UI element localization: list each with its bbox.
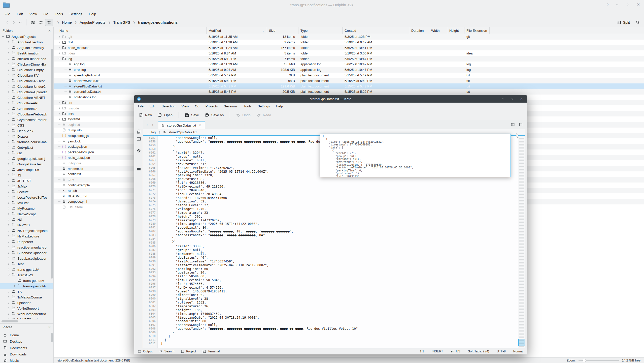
help-button[interactable]: ? [606, 3, 608, 7]
place-item-music[interactable]: Music [0, 357, 53, 363]
breadcrumb-TransGPS[interactable]: TransGPS [113, 20, 130, 24]
editor-line[interactable]: 6310 ] [143, 335, 518, 338]
editor-line[interactable]: 6269 "lat": 49218656, [143, 181, 518, 185]
editor-line[interactable]: 6292 "parkingTime": 60, [143, 267, 518, 271]
editor-line[interactable]: 6284 }, [143, 237, 518, 241]
expand-icon[interactable] [7, 163, 11, 166]
folder-tree-item-TS[interactable]: TS [0, 289, 53, 294]
expand-icon[interactable] [7, 251, 11, 254]
symbols-tool-icon[interactable] [137, 137, 141, 141]
forward-icon[interactable] [11, 20, 17, 24]
expand-icon[interactable] [7, 301, 11, 304]
dolphin-menu-go[interactable]: Go [44, 12, 48, 16]
file-row-oneNewStatus.txt[interactable]: oneNewStatus.txt5/15/25 at 5:49 PM64 Bpl… [54, 78, 644, 83]
folder-tree-item-Chicken-Dinner-Ba[interactable]: Chicken-Dinner-Ba [0, 62, 53, 67]
folder-tree-item-google-quickstart-j[interactable]: google-quickstart-j [0, 156, 53, 161]
kate-redo-button[interactable]: Redo [257, 113, 271, 117]
editor-line[interactable]: 6275 "signalLevel": 27, [143, 203, 518, 207]
expand-icon[interactable] [7, 213, 11, 216]
expand-icon[interactable] [7, 312, 11, 315]
editor-line[interactable]: 6281 "speedLimit": 80, [143, 226, 518, 230]
editor-line[interactable]: 6270 "latD+-ecimal": 49.218656, [143, 185, 518, 189]
file-row-speedingPolicy.txt[interactable]: speedingPolicy.txt5/15/25 at 5:49 PM70 B… [54, 73, 644, 78]
editor-line[interactable]: 6274 "direction": 32, [143, 200, 518, 203]
dolphin-menu-settings[interactable]: Settings [70, 12, 82, 16]
folder-tree-item-CSS[interactable]: CSS [0, 123, 53, 128]
expand-icon[interactable] [7, 207, 11, 210]
editor-line[interactable]: 6304 "timestamp": 1746037459, [143, 312, 518, 316]
editor-line[interactable]: 6312] [143, 342, 518, 346]
expand-icon[interactable] [7, 307, 11, 310]
folder-tree-item-NativeScript[interactable]: NativeScript [0, 211, 53, 217]
expand-icon[interactable] [7, 179, 11, 182]
folder-tree-item-WebComponentBo[interactable]: WebComponentBo [0, 311, 53, 317]
place-item-downloads[interactable]: Downloads [0, 351, 53, 357]
tab-next-icon[interactable]: › [152, 123, 153, 127]
editor-line[interactable]: 6306 "speedLimit": 80, [143, 319, 518, 323]
editor-line[interactable]: 6302 "temperature": 26, [143, 305, 518, 308]
file-row-log[interactable]: log5/15/25 at 6:12 PM7 itemsfolder5/6/25… [54, 56, 644, 62]
editor-line[interactable]: 6299 "direction": 0, [143, 293, 518, 297]
back-icon[interactable] [4, 20, 11, 24]
column-header-size[interactable]: Size [267, 27, 298, 34]
expand-icon[interactable] [7, 201, 11, 204]
expand-icon[interactable] [58, 107, 62, 110]
editor-line[interactable]: 6282 "addressGoogle": "●●●●●● ●●●●●, 18,… [143, 230, 518, 233]
expand-icon[interactable] [7, 113, 11, 116]
editor-line[interactable]: 6290 "lastActiveTime": "1746037459", [143, 260, 518, 263]
folder-tree-item-trans-gps-LUA[interactable]: trans-gps-LUA [0, 267, 53, 272]
folder-tree-item-MyFirst[interactable]: MyFirst [0, 200, 53, 206]
folder-tree-item-JsMax[interactable]: JsMax [0, 184, 53, 189]
kate-new-button[interactable]: New [139, 113, 152, 117]
folder-tree-item-firebase-course-ma[interactable]: firebase-course-ma [0, 139, 53, 145]
expand-icon[interactable] [7, 52, 11, 55]
view-compact-button[interactable] [37, 19, 45, 26]
breadcrumb-trans-gps-notifications[interactable]: trans-gps-notifications [138, 20, 178, 24]
editor-line[interactable]: 6289 "devStatus": "0", [143, 256, 518, 260]
folder-tree-item-Drawer[interactable]: Drawer [0, 134, 53, 139]
column-header-name[interactable]: Name [54, 27, 207, 34]
tab-close-icon[interactable]: ✕ [199, 124, 201, 127]
folder-tree-item-Cloudflare-Empty[interactable]: Cloudflare-Empty [0, 67, 53, 73]
editor-line[interactable]: 6295 "latD+-ecimal": 50.5845, [143, 278, 518, 282]
column-header-file-extension[interactable]: File Extension [464, 27, 490, 34]
folder-tree-item-trans-gps-notifi[interactable]: trans-gps-notifi [0, 283, 53, 289]
folder-tree-item-chicken-dinner-bac[interactable]: chicken-dinner-bac [0, 56, 53, 62]
split-view-icon[interactable] [511, 123, 515, 127]
folder-tree-item-SupabaseUploader[interactable]: SupabaseUploader [0, 250, 53, 256]
collapse-icon[interactable] [58, 57, 62, 60]
folder-tree-item-NG[interactable]: NG [0, 217, 53, 222]
column-header-duration[interactable]: Duration [409, 27, 429, 34]
close-icon[interactable]: ✕ [520, 97, 523, 101]
folder-tree-item-CryptochestFronter[interactable]: CryptochestFronter [0, 117, 53, 123]
documents-tool-icon[interactable] [137, 129, 141, 134]
kate-menu-help[interactable]: Help [276, 104, 283, 108]
expand-icon[interactable] [7, 129, 11, 132]
minimize-icon[interactable] [501, 97, 505, 101]
expand-icon[interactable] [7, 135, 11, 138]
collapse-icon[interactable] [7, 274, 11, 277]
folder-tree-item-CloudflareWebpack[interactable]: CloudflareWebpack [0, 111, 53, 117]
expand-icon[interactable] [7, 118, 11, 121]
editor-line[interactable]: 6268 "gpsStatus": 8, [143, 177, 518, 181]
minimap-view-indicator[interactable] [518, 339, 525, 346]
editor-line[interactable]: 6293 "gpsStatus": 20, [143, 271, 518, 275]
expand-icon[interactable] [7, 268, 11, 271]
expand-icon[interactable] [58, 52, 62, 55]
kate-open-button[interactable]: Open [158, 113, 173, 117]
expand-icon[interactable] [7, 296, 11, 299]
kate-breadcrumb-log[interactable]: log [151, 130, 156, 134]
editor-line[interactable]: 6277 "temperature": 23, [143, 211, 518, 215]
close-icon[interactable]: ✕ [48, 29, 51, 33]
tab-prev-icon[interactable]: ‹ [146, 123, 148, 127]
expand-icon[interactable] [7, 196, 11, 199]
editor-line[interactable]: 6273 "speed": 118.00016454614666, [143, 196, 518, 200]
zoom-slider[interactable] [579, 360, 619, 361]
folder-tree-item-trans-gps-dev[interactable]: trans-gps-dev [0, 278, 53, 283]
git-tool-icon[interactable] [137, 148, 141, 153]
editor-line[interactable]: 6311 } [143, 338, 518, 342]
maximize-icon[interactable] [511, 97, 514, 101]
kate-statusbar-terminal[interactable]: Terminal [202, 350, 220, 353]
editor-line[interactable]: 6283 "addressYandex": "●●●●●●●, ●●●●● ●●… [143, 233, 518, 237]
expand-icon[interactable] [7, 46, 11, 49]
